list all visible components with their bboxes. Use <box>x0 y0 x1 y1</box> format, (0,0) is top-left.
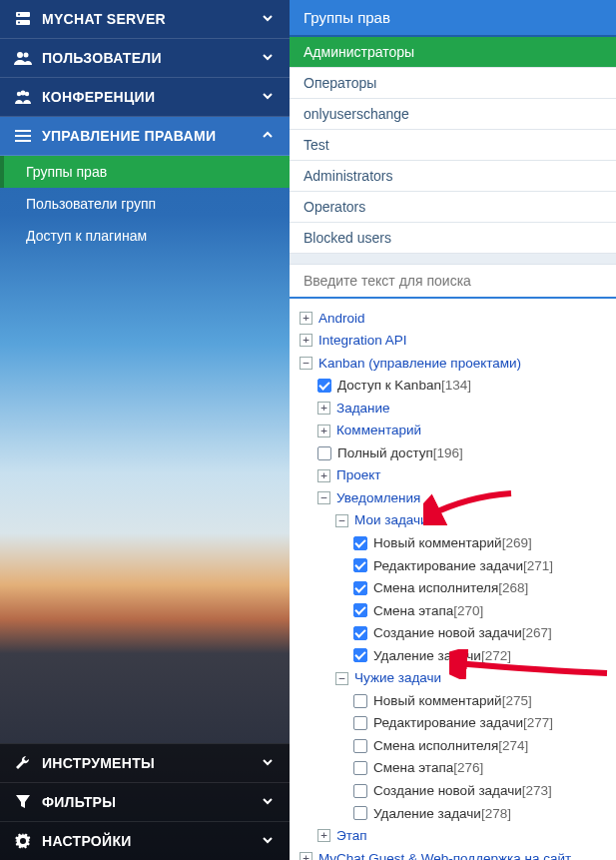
checkbox[interactable] <box>353 581 367 595</box>
tree-node[interactable]: +Integration API <box>298 330 614 353</box>
tree-link[interactable]: Комментарий <box>336 422 421 439</box>
tree-node[interactable]: −Уведомления <box>298 486 614 509</box>
tree-label: Редактирование задачи <box>373 714 523 732</box>
svg-rect-9 <box>15 130 31 132</box>
tree-id: [268] <box>498 579 528 597</box>
checkbox[interactable] <box>353 558 367 572</box>
tree-link[interactable]: MyChat Guest & Web-поддержка на сайт <box>318 850 571 860</box>
tree-node[interactable]: −Мои задачи <box>298 509 614 532</box>
nav-subitem[interactable]: Пользователи групп <box>0 188 290 220</box>
nav-item-users[interactable]: ПОЛЬЗОВАТЕЛИ <box>0 39 290 78</box>
tree-node[interactable]: −Kanban (управление проектами) <box>298 352 614 375</box>
tree-node[interactable]: Редактирование задачи [271] <box>298 554 614 577</box>
tree-label: Создание новой задачи <box>373 782 522 800</box>
nav-item-server[interactable]: MYCHAT SERVER <box>0 0 290 39</box>
nav-item-gear[interactable]: НАСТРОЙКИ <box>0 821 290 860</box>
checkbox[interactable] <box>353 648 367 662</box>
tree-node[interactable]: Смена этапа [276] <box>298 757 614 780</box>
collapse-icon[interactable]: − <box>300 357 312 370</box>
tree-link[interactable]: Integration API <box>318 332 407 350</box>
checkbox[interactable] <box>353 739 367 753</box>
collapse-icon[interactable]: − <box>335 672 348 685</box>
svg-rect-11 <box>15 140 31 142</box>
tree-link[interactable]: Задание <box>336 400 390 418</box>
content-area: Группы прав АдминистраторыОператорыonlyu… <box>290 0 616 860</box>
svg-point-2 <box>18 14 20 16</box>
checkbox[interactable] <box>353 784 367 798</box>
group-row[interactable]: Administrators <box>290 161 616 192</box>
tree-link[interactable]: Уведомления <box>336 489 420 507</box>
expand-icon[interactable]: + <box>317 829 330 842</box>
tree-node[interactable]: −Чужие задачи <box>298 667 614 690</box>
collapse-icon[interactable]: − <box>335 514 348 527</box>
nav-item-rights[interactable]: УПРАВЛЕНИЕ ПРАВАМИ <box>0 117 290 156</box>
group-row[interactable]: Операторы <box>290 68 616 99</box>
nav-label: ИНСТРУМЕНТЫ <box>42 755 262 771</box>
tree-label: Удаление задачи <box>373 647 481 665</box>
tree-node[interactable]: Новый комментарий [275] <box>298 689 614 712</box>
tree-node[interactable]: Полный доступ [196] <box>298 441 614 464</box>
tree-link[interactable]: Kanban (управление проектами) <box>318 355 521 373</box>
tree-node[interactable]: +Этап <box>298 825 614 848</box>
checkbox[interactable] <box>353 694 367 708</box>
tree-link[interactable]: Android <box>318 310 365 328</box>
group-row[interactable]: Operators <box>290 192 616 223</box>
tree-node[interactable]: +Проект <box>298 464 614 487</box>
tree-link[interactable]: Чужие задачи <box>354 669 441 687</box>
group-row[interactable]: Администраторы <box>290 37 616 68</box>
checkbox[interactable] <box>353 716 367 730</box>
svg-point-6 <box>17 92 21 96</box>
nav-item-conference[interactable]: КОНФЕРЕНЦИИ <box>0 78 290 117</box>
tree-id: [274] <box>498 737 528 755</box>
checkbox[interactable] <box>353 626 367 640</box>
expand-icon[interactable]: + <box>317 469 330 482</box>
nav-subitem[interactable]: Доступ к плагинам <box>0 220 290 252</box>
nav-subitem[interactable]: Группы прав <box>0 156 290 188</box>
tree-node[interactable]: Создание новой задачи [267] <box>298 622 614 645</box>
tree-node[interactable]: Создание новой задачи [273] <box>298 779 614 802</box>
collapse-icon[interactable]: − <box>317 491 330 504</box>
tree-node[interactable]: Удаление задачи [278] <box>298 802 614 825</box>
expand-icon[interactable]: + <box>300 334 312 347</box>
expand-icon[interactable]: + <box>300 312 312 325</box>
nav-item-filter[interactable]: ФИЛЬТРЫ <box>0 782 290 821</box>
checkbox[interactable] <box>353 761 367 775</box>
tree-node[interactable]: Смена исполнителя [274] <box>298 734 614 757</box>
checkbox[interactable] <box>353 806 367 820</box>
nav-label: ФИЛЬТРЫ <box>42 794 262 810</box>
tree-node[interactable]: Смена исполнителя [268] <box>298 577 614 600</box>
tree-node[interactable]: +MyChat Guest & Web-поддержка на сайт <box>298 847 614 860</box>
group-row[interactable]: Test <box>290 130 616 161</box>
permissions-tree: +Android+Integration API−Kanban (управле… <box>290 299 616 860</box>
expand-icon[interactable]: + <box>300 852 312 860</box>
tree-label: Новый комментарий <box>373 692 502 710</box>
tree-node[interactable]: Новый комментарий [269] <box>298 531 614 554</box>
tree-node[interactable]: Смена этапа [270] <box>298 599 614 622</box>
tree-link[interactable]: Мои задачи <box>354 511 428 529</box>
tree-id: [273] <box>522 782 552 800</box>
tree-node[interactable]: +Задание <box>298 397 614 420</box>
checkbox[interactable] <box>353 603 367 617</box>
conference-icon <box>14 88 32 106</box>
expand-icon[interactable]: + <box>317 425 330 437</box>
tree-id: [196] <box>433 444 463 462</box>
tree-node[interactable]: +Android <box>298 307 614 330</box>
divider <box>290 254 616 264</box>
checkbox[interactable] <box>317 379 331 393</box>
tree-link[interactable]: Этап <box>336 827 367 845</box>
nav-item-wrench[interactable]: ИНСТРУМЕНТЫ <box>0 743 290 782</box>
checkbox[interactable] <box>317 446 331 460</box>
checkbox[interactable] <box>353 536 367 550</box>
tree-node[interactable]: Редактирование задачи [277] <box>298 712 614 735</box>
search-input[interactable]: Введите текст для поиска <box>290 264 616 299</box>
group-row[interactable]: Blocked users <box>290 223 616 254</box>
tree-node[interactable]: +Комментарий <box>298 420 614 442</box>
group-row[interactable]: onlyuserschange <box>290 99 616 130</box>
tree-node[interactable]: Удаление задачи [272] <box>298 644 614 667</box>
tree-id: [271] <box>523 557 553 575</box>
expand-icon[interactable]: + <box>317 402 330 415</box>
tree-link[interactable]: Проект <box>336 466 380 484</box>
tree-id: [270] <box>453 602 483 620</box>
tree-node[interactable]: Доступ к Kanban [134] <box>298 375 614 398</box>
tree-label: Смена исполнителя <box>373 737 498 755</box>
